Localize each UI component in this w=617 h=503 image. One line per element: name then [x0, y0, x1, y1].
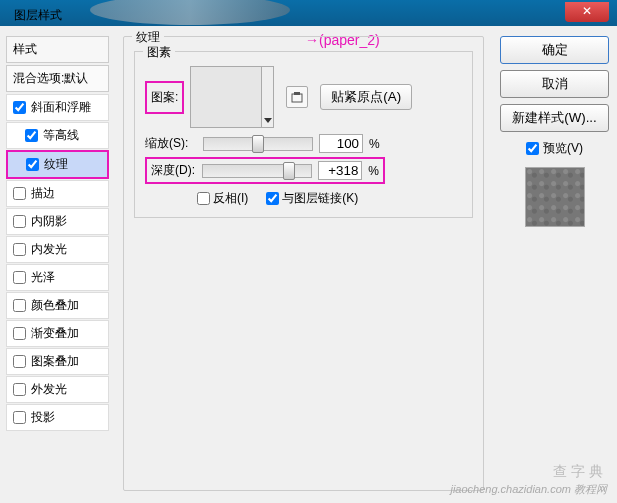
ok-button[interactable]: 确定: [500, 36, 609, 64]
depth-label: 深度(D):: [151, 162, 196, 179]
sidebar-item-label: 图案叠加: [31, 353, 79, 370]
scale-label: 缩放(S):: [145, 135, 197, 152]
watermark-url: jiaocheng.chazidian.com 教程网: [450, 482, 607, 497]
sidebar-item-4[interactable]: 内阴影: [6, 208, 109, 235]
depth-row-highlight: 深度(D): %: [145, 157, 385, 184]
scale-input[interactable]: [319, 134, 363, 153]
title-bar: 图层样式 ✕: [0, 0, 617, 26]
preview-checkbox[interactable]: 预览(V): [500, 140, 609, 157]
sidebar-item-label: 纹理: [44, 156, 68, 173]
sidebar-item-checkbox[interactable]: [13, 243, 26, 256]
new-preset-button[interactable]: [286, 86, 308, 108]
pattern-swatch[interactable]: [190, 66, 262, 128]
sidebar-item-label: 渐变叠加: [31, 325, 79, 342]
invert-checkbox[interactable]: 反相(I): [197, 190, 248, 207]
sidebar-item-checkbox[interactable]: [13, 411, 26, 424]
sidebar-item-0[interactable]: 斜面和浮雕: [6, 94, 109, 121]
sidebar-item-label: 内发光: [31, 241, 67, 258]
sidebar-item-checkbox[interactable]: [13, 299, 26, 312]
sidebar-item-label: 光泽: [31, 269, 55, 286]
sidebar-item-label: 投影: [31, 409, 55, 426]
sidebar-item-checkbox[interactable]: [13, 187, 26, 200]
sidebar-item-3[interactable]: 描边: [6, 180, 109, 207]
sidebar-item-checkbox[interactable]: [13, 327, 26, 340]
sidebar-item-checkbox[interactable]: [13, 383, 26, 396]
sidebar-item-label: 等高线: [43, 127, 79, 144]
depth-slider-thumb[interactable]: [283, 162, 295, 180]
sidebar: 样式 混合选项:默认 斜面和浮雕等高线纹理描边内阴影内发光光泽颜色叠加渐变叠加图…: [0, 26, 115, 503]
depth-slider[interactable]: [202, 164, 312, 178]
cancel-button[interactable]: 取消: [500, 70, 609, 98]
chevron-down-icon: [264, 118, 272, 123]
scale-unit: %: [369, 137, 380, 151]
scale-slider[interactable]: [203, 137, 313, 151]
sidebar-item-checkbox[interactable]: [13, 355, 26, 368]
depth-unit: %: [368, 164, 379, 178]
sidebar-item-checkbox[interactable]: [25, 129, 38, 142]
new-style-button[interactable]: 新建样式(W)...: [500, 104, 609, 132]
sidebar-item-7[interactable]: 颜色叠加: [6, 292, 109, 319]
sidebar-item-checkbox[interactable]: [13, 101, 26, 114]
preview-swatch: [525, 167, 585, 227]
sidebar-item-2[interactable]: 纹理: [6, 150, 109, 179]
sidebar-item-9[interactable]: 图案叠加: [6, 348, 109, 375]
checkbox-row: 反相(I) 与图层链接(K): [197, 190, 462, 207]
sidebar-item-11[interactable]: 投影: [6, 404, 109, 431]
scale-row: 缩放(S): %: [145, 134, 462, 153]
sidebar-item-checkbox[interactable]: [13, 271, 26, 284]
sidebar-item-checkbox[interactable]: [26, 158, 39, 171]
sidebar-item-8[interactable]: 渐变叠加: [6, 320, 109, 347]
sidebar-item-label: 颜色叠加: [31, 297, 79, 314]
subgroup-title: 图素: [143, 44, 175, 61]
snap-origin-button[interactable]: 贴紧原点(A): [320, 84, 412, 110]
depth-row: 深度(D): %: [151, 161, 379, 180]
close-button[interactable]: ✕: [565, 2, 609, 22]
right-panel: 确定 取消 新建样式(W)... 预览(V): [492, 26, 617, 503]
main-area: 样式 混合选项:默认 斜面和浮雕等高线纹理描边内阴影内发光光泽颜色叠加渐变叠加图…: [0, 26, 617, 503]
sidebar-item-label: 内阴影: [31, 213, 67, 230]
svg-rect-0: [292, 94, 302, 102]
sidebar-item-6[interactable]: 光泽: [6, 264, 109, 291]
title-bar-bgimage: [90, 0, 290, 25]
pattern-dropdown[interactable]: [262, 66, 274, 128]
sidebar-blending-options[interactable]: 混合选项:默认: [6, 65, 109, 92]
elements-subgroup: 图素 图案: 贴紧原点(A) 缩放(S): % 深度(D):: [134, 51, 473, 218]
watermark-brand: 查字典: [553, 463, 607, 481]
scale-slider-thumb[interactable]: [252, 135, 264, 153]
link-layer-checkbox[interactable]: 与图层链接(K): [266, 190, 358, 207]
window-title: 图层样式: [4, 2, 72, 29]
pattern-label: 图案:: [145, 81, 184, 114]
sidebar-header-styles[interactable]: 样式: [6, 36, 109, 63]
sidebar-item-label: 斜面和浮雕: [31, 99, 91, 116]
sidebar-item-label: 描边: [31, 185, 55, 202]
sidebar-item-10[interactable]: 外发光: [6, 376, 109, 403]
pattern-row: 图案: 贴紧原点(A): [145, 66, 462, 128]
sidebar-item-checkbox[interactable]: [13, 215, 26, 228]
depth-input[interactable]: [318, 161, 362, 180]
svg-rect-1: [294, 92, 300, 95]
sidebar-item-1[interactable]: 等高线: [6, 122, 109, 149]
sidebar-item-label: 外发光: [31, 381, 67, 398]
texture-group: 纹理 图素 图案: 贴紧原点(A) 缩放(S): %: [123, 36, 484, 491]
content-panel: →(paper_2) 纹理 图素 图案: 贴紧原点(A) 缩放(S): %: [115, 26, 492, 503]
sidebar-item-5[interactable]: 内发光: [6, 236, 109, 263]
